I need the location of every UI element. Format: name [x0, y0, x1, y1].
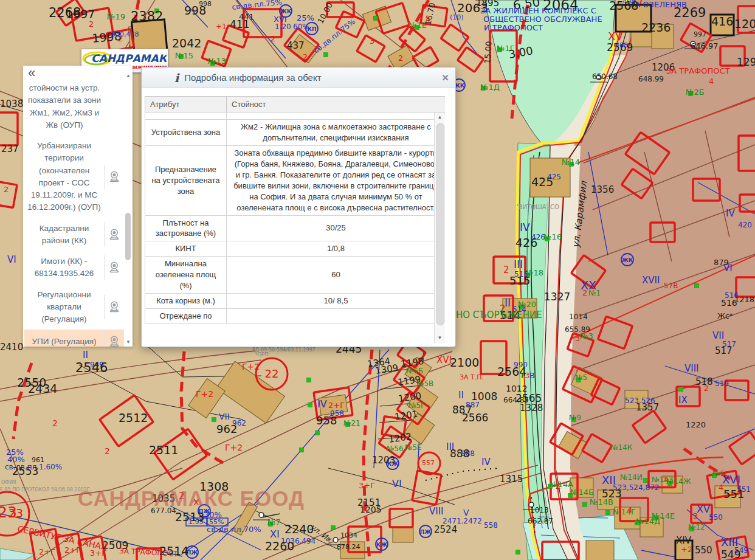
- map-label: №14К: [610, 443, 633, 452]
- map-label: №5: [712, 469, 725, 478]
- close-icon[interactable]: ×: [442, 71, 449, 85]
- map-label: №14Ж: [666, 477, 691, 486]
- green-point-marker: [374, 16, 378, 21]
- attribute-table: Атрибут Стойност Устройствена зонаЖм2 - …: [145, 96, 445, 324]
- map-label: 515: [509, 274, 530, 287]
- map-label: 1292: [737, 56, 755, 68]
- map-label: 3: [575, 334, 580, 343]
- map-label: VII: [219, 412, 230, 421]
- collapse-panel-button[interactable]: «: [28, 66, 35, 80]
- layer-item[interactable]: Урбанизирани територии (окончателен прое…: [24, 136, 124, 218]
- map-label: VI: [723, 263, 733, 274]
- green-point-marker: [324, 53, 328, 57]
- layer-item[interactable]: УПИ (Регулация): [24, 330, 124, 347]
- value-cell: 1/0,8: [227, 241, 446, 257]
- map-label: ОФИЯ: [1, 480, 16, 485]
- map-label: V: [463, 508, 469, 517]
- map-label: 662.87: [528, 517, 553, 525]
- value-cell: Зоната обхваща предимно бившите квартали…: [227, 145, 446, 215]
- green-point-marker: [300, 448, 304, 452]
- layer-item-label: УПИ (Регулация): [24, 331, 104, 347]
- map-label: №14Б: [570, 488, 594, 497]
- map-label: 3: [370, 36, 374, 46]
- map-label: +1: [216, 22, 227, 31]
- layer-item[interactable]: Имоти (КК) - 68134.1935.426: [24, 251, 124, 285]
- map-label: 2: [704, 384, 709, 393]
- layer-item[interactable]: Кадастрални райони (КК): [24, 218, 124, 252]
- value-cell: 10/ 8,5: [227, 294, 446, 309]
- map-label: 408: [622, 0, 635, 5]
- map-label: 3+Г: [90, 548, 106, 558]
- scrollbar-thumb[interactable]: [125, 213, 131, 260]
- map-label: 1.95: [188, 518, 204, 526]
- value-cell: 60: [227, 257, 446, 294]
- map-label: IV: [481, 457, 491, 468]
- attribute-cell: Кота корниз (м.): [145, 294, 227, 309]
- scroll-down-icon[interactable]: ▼: [125, 339, 132, 345]
- green-point-marker: [315, 431, 320, 435]
- green-point-marker: [679, 387, 683, 392]
- map-label: №19: [107, 12, 125, 21]
- map-label: Г+2: [242, 362, 260, 372]
- map-label: 1315: [500, 474, 523, 485]
- circled-number-text: 22: [264, 367, 278, 380]
- scroll-down-icon[interactable]: ▼: [435, 334, 445, 342]
- map-label: 3: [693, 511, 698, 520]
- map-label: 997: [694, 30, 706, 38]
- map-label: 2382: [131, 9, 163, 24]
- attribute-cell: Отреждане по: [145, 309, 227, 324]
- map-label: №1: [588, 289, 601, 297]
- map-label: ЗА Т.П.: [460, 373, 484, 381]
- map-label: 2553: [12, 465, 38, 477]
- map-label: 2524: [434, 524, 457, 535]
- map-label: Т: [519, 371, 525, 380]
- scroll-up-icon[interactable]: ▲: [125, 73, 132, 79]
- map-label: 2512: [119, 411, 148, 424]
- map-label: №7: [267, 517, 281, 527]
- green-point-marker: [695, 284, 699, 288]
- map-label: 2566: [462, 412, 488, 424]
- map-label: 408: [615, 41, 628, 49]
- zoom-to-layer-pin-icon[interactable]: [104, 330, 124, 347]
- map-label: XVI: [722, 473, 740, 486]
- zoom-to-layer-pin-icon[interactable]: [104, 295, 124, 319]
- zoom-to-layer-pin-icon[interactable]: [104, 255, 124, 280]
- map-label: 2: [582, 288, 587, 297]
- map-label: IX: [678, 395, 688, 406]
- map-label: ЧЗРП: [255, 352, 268, 358]
- green-point-marker: [606, 511, 610, 515]
- table-row: Предназначение на устройствената зонаЗон…: [145, 145, 446, 215]
- map-label: 1205: [360, 505, 382, 514]
- map-label: II: [458, 390, 464, 401]
- zoom-to-layer-pin-icon[interactable]: [104, 165, 124, 189]
- layer-item[interactable]: стойности на устр. показатели за зони Жм…: [24, 80, 124, 136]
- column-header-attribute: Атрибут: [145, 97, 227, 112]
- map-label: 517: [715, 345, 733, 356]
- layer-item-label: Регулационни квартали (Регулация): [24, 285, 104, 330]
- map-label: ОБЩЕСТВЕНО ОБСЛУЖВАНЕ: [483, 15, 602, 24]
- attribute-cell: КИНТ: [145, 241, 227, 257]
- map-label: 550: [709, 513, 723, 522]
- map-label: II: [83, 350, 88, 361]
- map-label: XV: [697, 503, 710, 515]
- scroll-up-icon[interactable]: ▲: [435, 114, 445, 121]
- map-label: №14Е: [652, 511, 675, 520]
- table-row: КИНТ1/0,8: [145, 241, 446, 257]
- map-label: №3: [580, 331, 593, 340]
- green-point-marker: [516, 550, 520, 555]
- zoom-to-layer-pin-icon[interactable]: [104, 223, 124, 247]
- table-row: Отреждане по: [145, 309, 446, 324]
- scrollbar-thumb[interactable]: [436, 123, 444, 325]
- map-label: 2: [503, 264, 509, 275]
- panel-scrollbar[interactable]: ▲ ▼: [125, 73, 132, 345]
- map-label: 2269: [674, 5, 706, 20]
- map-label: 962: [216, 423, 237, 435]
- table-row: Плътност на застрояване (%)30/25: [145, 215, 446, 241]
- map-label: №1Е: [409, 21, 427, 30]
- layer-item[interactable]: Регулационни квартали (Регулация): [24, 285, 124, 330]
- map-label: 60%: [293, 22, 309, 31]
- map-label: №2Б: [686, 88, 705, 97]
- map-label: №14: [562, 157, 580, 167]
- info-icon: i: [174, 71, 179, 85]
- dialog-scrollbar[interactable]: ▲ ▼: [434, 112, 445, 343]
